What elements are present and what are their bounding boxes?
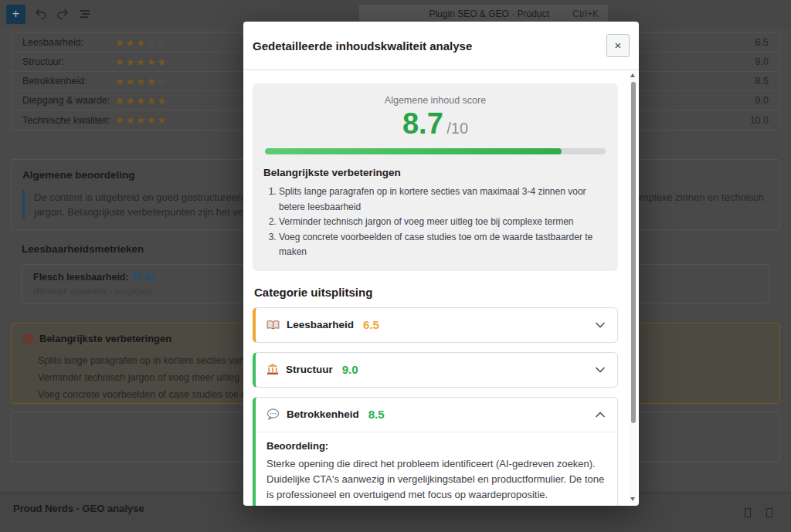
improvements-list: Splits lange paragrafen op in kortere se… — [266, 185, 607, 260]
overall-score: 8.7 — [402, 107, 443, 140]
category-card-leesbaarheid: Leesbaarheid 6.5 — [253, 307, 618, 343]
scrollbar-thumb[interactable] — [631, 82, 636, 423]
review-label: Beoordeling: — [266, 440, 605, 452]
modal-title: Gedetailleerde inhoudskwaliteit analyse — [253, 39, 472, 53]
star-rating-icon: ★★★★★☆ — [115, 56, 168, 68]
metric-value: 77.81 — [131, 272, 155, 283]
rating-score: 9.0 — [755, 56, 769, 67]
document-search-bar[interactable]: Plugin SEO & GEO · Product Ctrl+K — [359, 5, 608, 23]
rating-score: 9.0 — [755, 95, 769, 106]
category-card-betrokkenheid: Betrokkenheid 8.5 Beoordeling: Sterke op… — [253, 397, 618, 507]
list-item: Splits lange paragrafen op in kortere se… — [279, 185, 607, 215]
category-name: Structuur — [286, 364, 333, 375]
rating-score: 6.5 — [755, 37, 769, 48]
star-rating-icon: ★★★★★☆ — [115, 95, 168, 107]
rating-score: 10.0 — [750, 115, 769, 126]
category-name: Betrokkenheid — [287, 408, 359, 420]
list-item: Verminder technisch jargon of voeg meer … — [279, 215, 607, 230]
modal-header: Gedetailleerde inhoudskwaliteit analyse … — [243, 22, 639, 69]
screen: + Plugin SEO & GEO · Product Ctrl+K Lees… — [0, 0, 791, 532]
category-name: Leesbaarheid — [287, 319, 354, 330]
undo-icon[interactable] — [33, 6, 49, 22]
scroll-up-icon[interactable] — [630, 73, 635, 77]
score-progress-fill — [265, 148, 562, 154]
content-quality-modal: Gedetailleerde inhoudskwaliteit analyse … — [243, 22, 639, 506]
list-item: Voeg concrete voorbeelden of case studie… — [279, 230, 607, 260]
metric-label: Flesch leesbaarheid: — [33, 272, 129, 283]
star-rating-icon: ★★★★☆ — [115, 76, 168, 87]
section-title: Belangrijkste verbeteringen — [39, 333, 171, 344]
chevron-down-icon — [596, 367, 605, 373]
chevron-up-icon — [596, 412, 605, 418]
category-score: 8.5 — [368, 408, 385, 421]
list-view-icon[interactable] — [76, 6, 92, 22]
target-icon — [22, 333, 34, 344]
overall-score-panel: Algemene inhoud score 8.7 /10 Belangrijk… — [253, 83, 618, 271]
score-max: /10 — [446, 120, 468, 137]
close-icon: × — [615, 39, 622, 52]
footer-title: Proud Nerds - GEO analyse — [13, 503, 144, 514]
review-text: Sterke opening die direct het probleem i… — [266, 456, 605, 503]
inserter-button[interactable]: + — [6, 5, 25, 24]
placeholder-glyph-icon — [745, 508, 751, 517]
building-icon — [266, 364, 279, 375]
document-title: Plugin SEO & GEO · Product — [359, 8, 572, 19]
chevron-down-icon — [596, 322, 605, 328]
placeholder-glyph-icon — [766, 508, 772, 517]
scroll-down-icon[interactable] — [630, 497, 635, 501]
category-header[interactable]: Leesbaarheid 6.5 — [256, 308, 617, 342]
close-button[interactable]: × — [606, 34, 630, 57]
breakdown-title: Categorie uitsplitsing — [254, 286, 618, 299]
category-score: 9.0 — [342, 363, 358, 376]
redo-icon[interactable] — [55, 6, 70, 22]
book-icon — [266, 320, 280, 330]
improvements-title: Belangrijkste verbeteringen — [263, 167, 607, 178]
score-label: Algemene inhoud score — [263, 95, 607, 106]
rating-label: Technische kwaliteit: — [22, 115, 115, 126]
shortcut-hint: Ctrl+K — [572, 8, 608, 19]
modal-body: Algemene inhoud score 8.7 /10 Belangrijk… — [243, 70, 639, 506]
rating-label: Structuur: — [22, 56, 115, 67]
score-progress-bar — [265, 148, 606, 154]
rating-label: Leesbaarheid: — [22, 37, 115, 48]
rating-label: Diepgang & waarde: — [22, 95, 115, 106]
category-header[interactable]: Betrokkenheid 8.5 — [256, 398, 617, 432]
modal-scrollbar[interactable] — [630, 71, 637, 503]
rating-label: Betrokkenheid: — [22, 76, 115, 86]
category-header[interactable]: Structuur 9.0 — [256, 353, 617, 387]
rating-score: 8.5 — [755, 76, 769, 86]
speech-bubble-icon — [266, 408, 280, 420]
category-card-structuur: Structuur 9.0 — [253, 352, 618, 388]
category-details: Beoordeling: Sterke opening die direct h… — [256, 432, 617, 507]
star-rating-icon: ★★★☆☆ — [115, 37, 168, 49]
star-rating-icon: ★★★★★ — [115, 114, 168, 126]
category-score: 6.5 — [363, 318, 379, 331]
